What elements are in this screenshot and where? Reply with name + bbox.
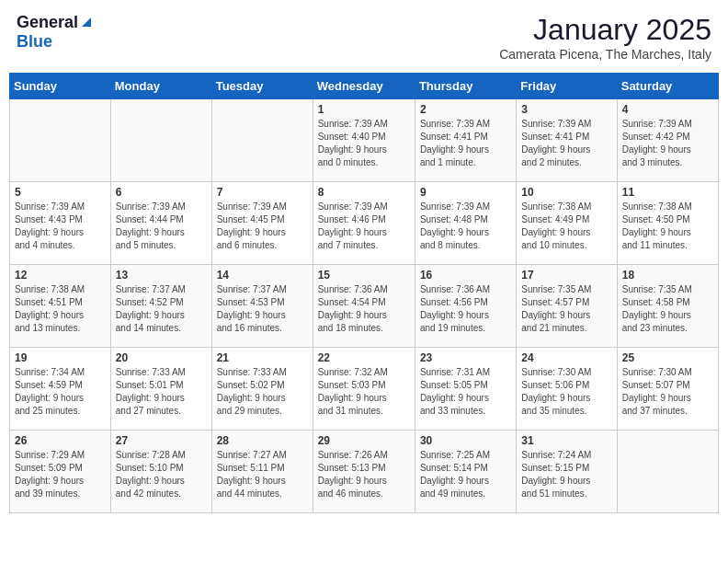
day-info: Sunrise: 7:28 AM Sunset: 5:10 PM Dayligh… <box>116 449 207 500</box>
calendar-cell: 8Sunrise: 7:39 AM Sunset: 4:46 PM Daylig… <box>313 182 415 265</box>
calendar-cell: 26Sunrise: 7:29 AM Sunset: 5:09 PM Dayli… <box>10 431 111 513</box>
calendar-cell: 18Sunrise: 7:35 AM Sunset: 4:58 PM Dayli… <box>617 265 718 348</box>
calendar-cell: 28Sunrise: 7:27 AM Sunset: 5:11 PM Dayli… <box>211 431 313 513</box>
day-number: 24 <box>521 351 611 364</box>
calendar-cell: 20Sunrise: 7:33 AM Sunset: 5:01 PM Dayli… <box>110 348 211 431</box>
day-number: 4 <box>622 103 713 116</box>
day-number: 22 <box>318 351 410 364</box>
weekday-header-thursday: Thursday <box>415 74 516 99</box>
calendar-cell: 1Sunrise: 7:39 AM Sunset: 4:40 PM Daylig… <box>313 99 415 182</box>
day-info: Sunrise: 7:35 AM Sunset: 4:58 PM Dayligh… <box>622 283 713 335</box>
day-number: 30 <box>420 434 511 447</box>
calendar-week-row: 1Sunrise: 7:39 AM Sunset: 4:40 PM Daylig… <box>10 99 719 182</box>
day-number: 19 <box>15 351 106 364</box>
day-info: Sunrise: 7:37 AM Sunset: 4:52 PM Dayligh… <box>116 283 207 335</box>
day-number: 31 <box>521 434 611 447</box>
calendar-cell: 9Sunrise: 7:39 AM Sunset: 4:48 PM Daylig… <box>415 182 516 265</box>
calendar-cell <box>617 431 718 513</box>
calendar-cell: 2Sunrise: 7:39 AM Sunset: 4:41 PM Daylig… <box>415 99 516 182</box>
logo-triangle-icon <box>80 16 93 29</box>
day-info: Sunrise: 7:26 AM Sunset: 5:13 PM Dayligh… <box>318 449 410 500</box>
calendar-week-row: 12Sunrise: 7:38 AM Sunset: 4:51 PM Dayli… <box>10 265 719 348</box>
day-info: Sunrise: 7:25 AM Sunset: 5:14 PM Dayligh… <box>420 449 511 500</box>
calendar-subtitle: Camerata Picena, The Marches, Italy <box>499 47 711 62</box>
logo-general-text: General <box>17 13 78 32</box>
weekday-row: SundayMondayTuesdayWednesdayThursdayFrid… <box>10 74 719 99</box>
calendar-cell: 17Sunrise: 7:35 AM Sunset: 4:57 PM Dayli… <box>517 265 617 348</box>
weekday-header-saturday: Saturday <box>617 74 718 99</box>
logo-blue-text: Blue <box>17 32 52 52</box>
day-info: Sunrise: 7:39 AM Sunset: 4:42 PM Dayligh… <box>622 118 713 169</box>
calendar-cell: 16Sunrise: 7:36 AM Sunset: 4:56 PM Dayli… <box>415 265 516 348</box>
day-info: Sunrise: 7:36 AM Sunset: 4:54 PM Dayligh… <box>318 283 410 335</box>
day-number: 16 <box>420 269 511 282</box>
weekday-header-sunday: Sunday <box>10 74 111 99</box>
day-number: 5 <box>15 186 106 199</box>
calendar-cell: 25Sunrise: 7:30 AM Sunset: 5:07 PM Dayli… <box>617 348 718 431</box>
day-number: 7 <box>217 186 308 199</box>
calendar-cell: 4Sunrise: 7:39 AM Sunset: 4:42 PM Daylig… <box>617 99 718 182</box>
day-number: 6 <box>116 186 207 199</box>
title-block: January 2025 Camerata Picena, The Marche… <box>499 13 711 62</box>
calendar-week-row: 26Sunrise: 7:29 AM Sunset: 5:09 PM Dayli… <box>10 431 719 513</box>
calendar-cell: 23Sunrise: 7:31 AM Sunset: 5:05 PM Dayli… <box>415 348 516 431</box>
day-info: Sunrise: 7:36 AM Sunset: 4:56 PM Dayligh… <box>420 283 511 335</box>
calendar-title: January 2025 <box>499 13 711 47</box>
calendar-cell <box>10 99 111 182</box>
day-number: 15 <box>318 269 410 282</box>
calendar-cell: 21Sunrise: 7:33 AM Sunset: 5:02 PM Dayli… <box>211 348 313 431</box>
day-info: Sunrise: 7:39 AM Sunset: 4:41 PM Dayligh… <box>420 118 511 169</box>
day-number: 11 <box>622 186 713 199</box>
day-number: 12 <box>15 269 106 282</box>
day-info: Sunrise: 7:33 AM Sunset: 5:02 PM Dayligh… <box>217 366 308 418</box>
page-header: General Blue January 2025 Camerata Picen… <box>9 9 719 65</box>
day-number: 25 <box>622 351 713 364</box>
day-info: Sunrise: 7:39 AM Sunset: 4:41 PM Dayligh… <box>521 118 611 169</box>
svg-marker-0 <box>82 17 91 27</box>
day-number: 27 <box>116 434 207 447</box>
calendar-cell <box>110 99 211 182</box>
day-info: Sunrise: 7:24 AM Sunset: 5:15 PM Dayligh… <box>521 449 611 500</box>
weekday-header-monday: Monday <box>110 74 211 99</box>
calendar-cell: 14Sunrise: 7:37 AM Sunset: 4:53 PM Dayli… <box>211 265 313 348</box>
day-number: 29 <box>318 434 410 447</box>
day-number: 2 <box>420 103 511 116</box>
calendar-week-row: 19Sunrise: 7:34 AM Sunset: 4:59 PM Dayli… <box>10 348 719 431</box>
calendar-cell: 6Sunrise: 7:39 AM Sunset: 4:44 PM Daylig… <box>110 182 211 265</box>
calendar-cell: 5Sunrise: 7:39 AM Sunset: 4:43 PM Daylig… <box>10 182 111 265</box>
day-number: 13 <box>116 269 207 282</box>
day-info: Sunrise: 7:39 AM Sunset: 4:40 PM Dayligh… <box>318 118 410 169</box>
day-info: Sunrise: 7:34 AM Sunset: 4:59 PM Dayligh… <box>15 366 106 418</box>
calendar-cell: 24Sunrise: 7:30 AM Sunset: 5:06 PM Dayli… <box>517 348 617 431</box>
weekday-header-friday: Friday <box>517 74 617 99</box>
day-number: 18 <box>622 269 713 282</box>
calendar-cell: 31Sunrise: 7:24 AM Sunset: 5:15 PM Dayli… <box>517 431 617 513</box>
calendar-header: SundayMondayTuesdayWednesdayThursdayFrid… <box>10 74 719 99</box>
day-number: 20 <box>116 351 207 364</box>
calendar-cell: 13Sunrise: 7:37 AM Sunset: 4:52 PM Dayli… <box>110 265 211 348</box>
day-info: Sunrise: 7:35 AM Sunset: 4:57 PM Dayligh… <box>521 283 611 335</box>
day-number: 3 <box>521 103 611 116</box>
day-info: Sunrise: 7:38 AM Sunset: 4:50 PM Dayligh… <box>622 201 713 252</box>
day-info: Sunrise: 7:32 AM Sunset: 5:03 PM Dayligh… <box>318 366 410 418</box>
day-info: Sunrise: 7:39 AM Sunset: 4:48 PM Dayligh… <box>420 201 511 252</box>
weekday-header-tuesday: Tuesday <box>211 74 313 99</box>
calendar-cell: 10Sunrise: 7:38 AM Sunset: 4:49 PM Dayli… <box>517 182 617 265</box>
day-info: Sunrise: 7:37 AM Sunset: 4:53 PM Dayligh… <box>217 283 308 335</box>
day-number: 1 <box>318 103 410 116</box>
day-info: Sunrise: 7:39 AM Sunset: 4:46 PM Dayligh… <box>318 201 410 252</box>
calendar-cell: 19Sunrise: 7:34 AM Sunset: 4:59 PM Dayli… <box>10 348 111 431</box>
day-info: Sunrise: 7:29 AM Sunset: 5:09 PM Dayligh… <box>15 449 106 500</box>
calendar-cell: 15Sunrise: 7:36 AM Sunset: 4:54 PM Dayli… <box>313 265 415 348</box>
day-number: 10 <box>521 186 611 199</box>
day-number: 8 <box>318 186 410 199</box>
day-number: 14 <box>217 269 308 282</box>
day-info: Sunrise: 7:39 AM Sunset: 4:44 PM Dayligh… <box>116 201 207 252</box>
calendar-table: SundayMondayTuesdayWednesdayThursdayFrid… <box>9 73 719 513</box>
logo: General Blue <box>17 13 93 52</box>
day-info: Sunrise: 7:27 AM Sunset: 5:11 PM Dayligh… <box>217 449 308 500</box>
calendar-cell: 30Sunrise: 7:25 AM Sunset: 5:14 PM Dayli… <box>415 431 516 513</box>
weekday-header-wednesday: Wednesday <box>313 74 415 99</box>
day-info: Sunrise: 7:31 AM Sunset: 5:05 PM Dayligh… <box>420 366 511 418</box>
day-number: 26 <box>15 434 106 447</box>
